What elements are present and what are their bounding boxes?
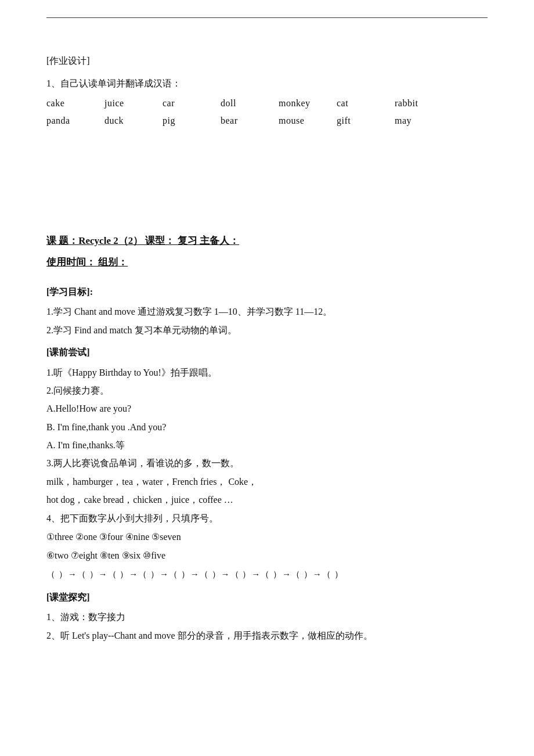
pre-class-item1: 1.听《Happy Birthday to You!》拍手跟唱。 xyxy=(46,364,488,381)
word-car: car xyxy=(163,98,221,109)
goal1: 1.学习 Chant and move 通过游戏复习数字 1—10、并学习数字 … xyxy=(46,303,488,321)
word-may: may xyxy=(395,116,453,126)
classroom-explore-item1: 1、游戏：数字接力 xyxy=(46,609,488,626)
classroom-explore-section: [课堂探究] 1、游戏：数字接力 2、听 Let's play--Chant a… xyxy=(46,589,488,645)
classroom-explore-item2: 2、听 Let's play--Chant and move 部分的录音，用手指… xyxy=(46,627,488,645)
course-line-text: 课 题：Recycle 2（2） 课型： 复习 主备人： xyxy=(46,235,239,246)
course-section: 课 题：Recycle 2（2） 课型： 复习 主备人： 使用时间： 组别： xyxy=(46,231,488,273)
spacer1 xyxy=(46,143,488,201)
task1-line: 1、自己认读单词并翻译成汉语： xyxy=(46,75,488,92)
pre-class-item2: 2.问候接力赛。 xyxy=(46,382,488,399)
study-goals-label: [学习目标]: xyxy=(46,283,488,301)
arrow-row: （ ）→（ ）→（ ）→（ ）→（ ）→（ ）→（ ）→（ ）→（ ）→（ ） xyxy=(46,565,488,584)
classroom-explore-label: [课堂探究] xyxy=(46,589,488,606)
study-goals-section: [学习目标]: 1.学习 Chant and move 通过游戏复习数字 1—1… xyxy=(46,283,488,339)
course-line: 课 题：Recycle 2（2） 课型： 复习 主备人： xyxy=(46,231,488,251)
word-mouse: mouse xyxy=(279,116,337,126)
pre-class-food1: milk，hamburger，tea，water，French fries， C… xyxy=(46,473,488,491)
word-pig: pig xyxy=(163,116,221,126)
usage-line: 使用时间： 组别： xyxy=(46,252,488,273)
usage-line-text: 使用时间： 组别： xyxy=(46,257,128,268)
word-bear: bear xyxy=(221,116,279,126)
pre-class-dialogB: B. I'm fine,thank you .And you? xyxy=(46,419,488,436)
word-rabbit: rabbit xyxy=(395,98,453,109)
word-row-2: panda duck pig bear mouse gift may xyxy=(46,116,488,126)
word-juice: juice xyxy=(104,98,163,109)
word-doll: doll xyxy=(221,98,279,109)
word-cake: cake xyxy=(46,98,104,109)
page: [作业设计] 1、自己认读单词并翻译成汉语： cake juice car do… xyxy=(0,0,534,756)
homework-label: [作业设计] xyxy=(46,53,488,70)
pre-class-item4: 4、把下面数字从小到大排列，只填序号。 xyxy=(46,510,488,527)
num-row1: ①three ②one ③four ④nine ⑤seven xyxy=(46,528,488,546)
num-row2: ⑥two ⑦eight ⑧ten ⑨six ⑩five xyxy=(46,546,488,565)
pre-class-dialogA2: A. I'm fine,thanks.等 xyxy=(46,437,488,454)
pre-class-food2: hot dog，cake bread，chicken，juice，coffee … xyxy=(46,491,488,509)
word-panda: panda xyxy=(46,116,104,126)
word-gift: gift xyxy=(337,116,395,126)
word-duck: duck xyxy=(104,116,163,126)
top-divider xyxy=(46,17,488,18)
goal2: 2.学习 Find and match 复习本单元动物的单词。 xyxy=(46,322,488,339)
pre-class-label: [课前尝试] xyxy=(46,344,488,361)
homework-section: [作业设计] 1、自己认读单词并翻译成汉语： cake juice car do… xyxy=(46,53,488,126)
word-cat: cat xyxy=(337,98,395,109)
pre-class-section: [课前尝试] 1.听《Happy Birthday to You!》拍手跟唱。 … xyxy=(46,344,488,584)
word-row-1: cake juice car doll monkey cat rabbit xyxy=(46,98,488,109)
word-monkey: monkey xyxy=(279,98,337,109)
pre-class-dialogA1: A.Hello!How are you? xyxy=(46,400,488,417)
pre-class-item3: 3.两人比赛说食品单词，看谁说的多，数一数。 xyxy=(46,455,488,472)
